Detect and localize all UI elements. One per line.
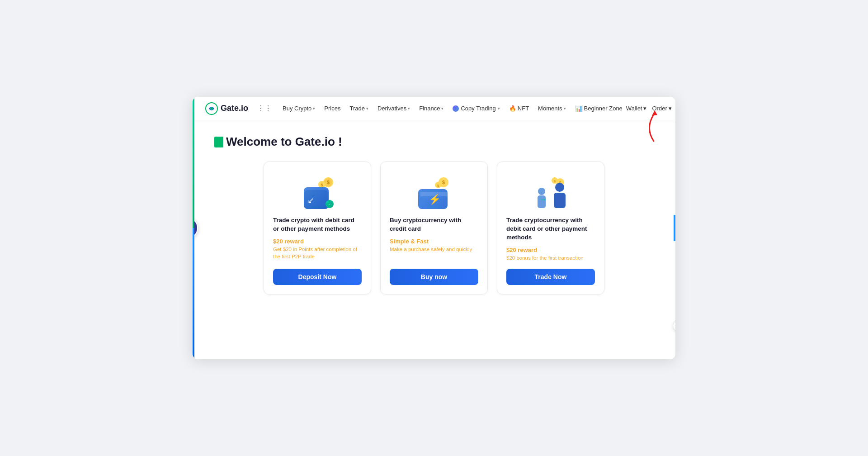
svg-text:$: $ [442, 180, 445, 185]
credit-card-illustration: $ $ ⚡ [416, 177, 452, 209]
card-trade-reward-label: $20 reward [506, 247, 537, 253]
card-trade-title: Trade cryptocurrency with debit card or … [506, 216, 595, 242]
accent-line-green [193, 97, 194, 228]
card-debit: $ $ ↙ ⋯ Trade crypto with debit card or … [264, 162, 371, 294]
nft-icon: 🔥 [509, 105, 516, 112]
browser-window: WCTCS4 G ✕ Gate.io ⋮⋮ Buy Crypto▾ Prices [193, 97, 675, 359]
card-debit-reward-label: $20 reward [273, 238, 304, 245]
navbar: Gate.io ⋮⋮ Buy Crypto▾ Prices Trade▾ Der… [193, 97, 675, 120]
nav-right: Wallet▾ Order▾ ≡ [626, 102, 675, 115]
nav-nft[interactable]: 🔥 NFT [505, 103, 533, 114]
nav-items: Buy Crypto▾ Prices Trade▾ Derivatives▾ F… [279, 103, 626, 114]
right-accent-lines [674, 97, 675, 359]
nav-derivatives[interactable]: Derivatives▾ [374, 103, 414, 114]
nav-trade[interactable]: Trade▾ [346, 103, 372, 114]
svg-point-21 [555, 183, 564, 192]
moments-caret: ▾ [564, 106, 566, 111]
logo[interactable]: Gate.io [205, 102, 248, 115]
beginner-icon: 📊 [575, 105, 583, 112]
main-content: Welcome to Gate.io ! $ $ [193, 120, 675, 305]
grid-icon[interactable]: ⋮⋮ [257, 104, 272, 113]
card-trade: $ $ [497, 162, 604, 294]
copy-trading-icon [453, 105, 459, 112]
nav-buy-crypto[interactable]: Buy Crypto▾ [279, 103, 319, 114]
derivatives-caret: ▾ [408, 106, 410, 111]
welcome-title: Welcome to Gate.io ! [214, 135, 654, 149]
card-debit-title: Trade crypto with debit card or other pa… [273, 216, 362, 233]
card-credit-reward-desc: Make a purchase safely and quickly [390, 246, 472, 253]
logo-icon [205, 102, 218, 115]
svg-rect-22 [554, 193, 566, 208]
wallet-button[interactable]: Wallet▾ [626, 105, 647, 112]
svg-text:$: $ [321, 183, 323, 187]
svg-text:$: $ [437, 184, 439, 188]
svg-point-19 [538, 188, 545, 195]
accent-line-blue [193, 228, 194, 359]
card-credit-illustration: $ $ ⚡ [390, 173, 478, 209]
card-credit-reward-label: Simple & Fast [390, 238, 429, 245]
wallet-caret: ▾ [643, 105, 646, 112]
nav-finance[interactable]: Finance▾ [415, 103, 447, 114]
card-trade-illustration: $ $ [506, 173, 595, 209]
card-debit-reward-desc: Get $20 in Points after completion of th… [273, 246, 362, 260]
order-button[interactable]: Order▾ [652, 105, 671, 112]
copy-trading-caret: ▾ [498, 106, 500, 111]
green-square-icon [214, 137, 223, 147]
cards-container: $ $ ↙ ⋯ Trade crypto with debit card or … [214, 162, 654, 294]
nav-beginner-zone[interactable]: 📊 Beginner Zone [571, 103, 626, 114]
nav-prices[interactable]: Prices [321, 103, 344, 114]
order-caret: ▾ [669, 105, 672, 112]
nav-copy-trading[interactable]: Copy Trading▾ [449, 103, 503, 114]
trade-now-button[interactable]: Trade Now [506, 269, 595, 285]
card-credit-title: Buy cryptocurrency with credit card [390, 216, 478, 233]
card-trade-reward-desc: $20 bonus for the first transaction [506, 254, 584, 261]
buy-now-button[interactable]: Buy now [390, 269, 478, 285]
buy-crypto-caret: ▾ [313, 106, 315, 111]
deposit-now-button[interactable]: Deposit Now [273, 269, 362, 285]
people-illustration: $ $ [533, 177, 569, 209]
svg-point-3 [210, 107, 213, 110]
nav-moments[interactable]: Moments▾ [534, 103, 569, 114]
logo-text: Gate.io [221, 104, 248, 113]
card-credit: $ $ ⚡ Buy cryptocurrency with credit car… [380, 162, 488, 294]
finance-caret: ▾ [441, 106, 443, 111]
trade-caret: ▾ [366, 106, 368, 111]
card-debit-illustration: $ $ ↙ ⋯ [273, 173, 362, 209]
svg-text:$: $ [327, 180, 330, 185]
wallet-illustration: $ $ ↙ ⋯ [299, 177, 335, 209]
left-accent-lines [193, 97, 194, 359]
